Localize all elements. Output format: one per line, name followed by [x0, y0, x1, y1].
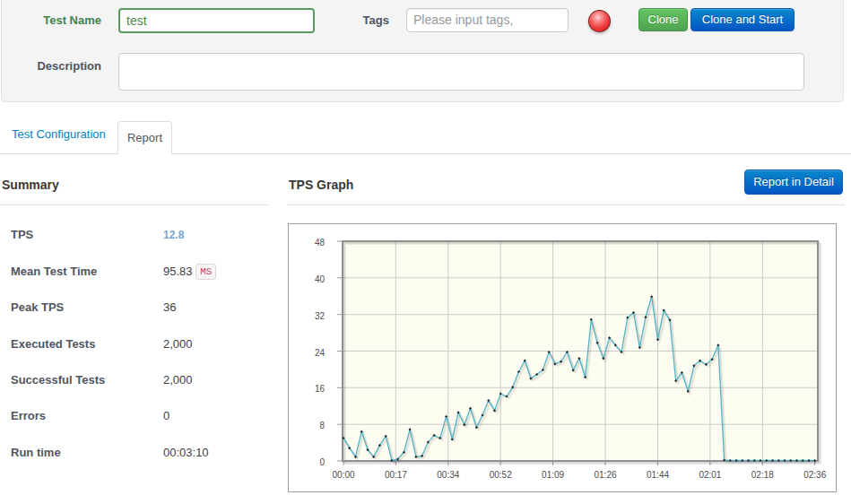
svg-text:01:09: 01:09	[542, 470, 564, 480]
svg-text:02:01: 02:01	[699, 470, 721, 480]
svg-text:00:00: 00:00	[332, 470, 354, 480]
svg-text:32: 32	[315, 311, 326, 321]
svg-text:24: 24	[315, 348, 326, 358]
svg-text:8: 8	[319, 421, 325, 430]
svg-text:40: 40	[315, 274, 326, 284]
svg-text:02:36: 02:36	[803, 470, 826, 480]
svg-text:00:17: 00:17	[385, 470, 407, 480]
svg-text:48: 48	[315, 238, 326, 248]
svg-text:00:52: 00:52	[490, 470, 512, 480]
svg-text:02:18: 02:18	[751, 470, 774, 480]
svg-text:0: 0	[319, 457, 325, 467]
svg-text:16: 16	[315, 384, 326, 394]
svg-text:01:26: 01:26	[594, 470, 616, 480]
svg-text:00:34: 00:34	[437, 470, 459, 480]
svg-text:01:44: 01:44	[647, 470, 669, 480]
